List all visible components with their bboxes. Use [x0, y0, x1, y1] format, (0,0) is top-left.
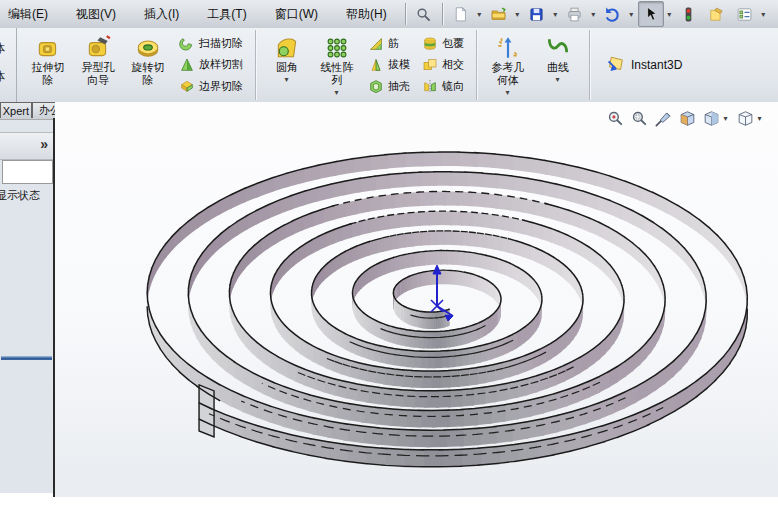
dropdown-arrow[interactable]: ▾ — [553, 75, 562, 84]
ribbon-button-curves[interactable]: 曲线▾ — [534, 30, 582, 100]
extruded-cut-icon — [35, 35, 61, 61]
ribbon-button-label: 圆角 — [268, 61, 306, 74]
rebuild-button[interactable] — [676, 1, 702, 27]
ribbon-button-label: 线性阵列 — [318, 61, 356, 87]
lofted-cut-icon — [179, 57, 195, 73]
new-document-icon — [452, 6, 469, 23]
mirror-icon — [422, 78, 438, 94]
ribbon-button-revolved-cut[interactable]: 旋转切除 — [124, 30, 172, 100]
graphics-viewport[interactable]: ▾▾ — [55, 102, 778, 497]
zoom-fit-icon — [606, 109, 625, 128]
ribbon-button-mirror[interactable]: 镜向 — [418, 76, 468, 97]
dropdown-arrow[interactable]: ▾ — [665, 10, 674, 19]
menu-窗口[interactable]: 窗口(W) — [261, 1, 332, 27]
section-view-button[interactable] — [677, 108, 698, 129]
save-icon — [528, 6, 545, 23]
dropdown-arrow[interactable]: ▾ — [551, 10, 560, 19]
clipped-label: 体 — [0, 68, 5, 85]
command-tab-0[interactable]: Xpert — [0, 102, 32, 118]
ribbon-small-column: 扫描切除放样切割边界切除 — [173, 30, 249, 100]
dropdown-arrow[interactable]: ▾ — [755, 114, 764, 123]
panel-expand-chevron[interactable]: » — [40, 136, 48, 152]
dropdown-arrow[interactable]: ▾ — [589, 10, 598, 19]
zoom-area-icon — [630, 109, 649, 128]
search-button[interactable] — [411, 1, 437, 27]
ribbon-button-label: 抽壳 — [388, 79, 410, 94]
dropdown-arrow[interactable]: ▾ — [513, 10, 522, 19]
ribbon-button-intersect[interactable]: 相交 — [418, 54, 468, 75]
ribbon-button-lofted-cut[interactable]: 放样切割 — [175, 54, 247, 75]
ribbon-button-rib[interactable]: 筋 — [364, 33, 414, 54]
undo-button[interactable] — [600, 1, 626, 27]
zoom-to-fit-button[interactable] — [605, 108, 626, 129]
panel-preview-box — [2, 160, 53, 184]
fillet-icon — [274, 35, 300, 61]
new-document-button[interactable] — [448, 1, 474, 27]
print-icon — [566, 6, 583, 23]
options-icon — [736, 6, 753, 23]
ribbon-button-swept-cut[interactable]: 扫描切除 — [175, 33, 247, 54]
undo-icon — [604, 6, 621, 23]
dropdown-arrow[interactable]: ▾ — [627, 10, 636, 19]
dropdown-arrow[interactable]: ▾ — [332, 88, 341, 97]
ribbon-button-label: 筋 — [388, 36, 399, 51]
options-button[interactable] — [732, 1, 758, 27]
ribbon-button-hole-wizard[interactable]: 异型孔向导 — [74, 30, 122, 100]
menu-编辑[interactable]: 编辑(E) — [0, 1, 62, 27]
panel-viewport-divider[interactable] — [53, 118, 55, 497]
draft-icon — [368, 57, 384, 73]
revolved-cut-icon — [135, 35, 161, 61]
search-icon — [415, 6, 432, 23]
display-style-button[interactable]: ▾ — [735, 108, 766, 129]
open-folder-icon — [490, 6, 507, 23]
select-button[interactable] — [638, 1, 664, 27]
view-orientation-button[interactable]: ▾ — [701, 108, 732, 129]
intersect-icon — [422, 57, 438, 73]
ribbon-button-extruded-cut[interactable]: 拉伸切除 — [24, 30, 72, 100]
dropdown-arrow[interactable]: ▾ — [721, 114, 730, 123]
ribbon-button-linear-pattern[interactable]: 线性阵列▾ — [313, 30, 361, 100]
dropdown-arrow[interactable]: ▾ — [759, 10, 768, 19]
ribbon-button-fillet[interactable]: 圆角▾ — [263, 30, 311, 100]
save-button[interactable] — [524, 1, 550, 27]
ribbon-button-wrap[interactable]: 包覆 — [418, 33, 468, 54]
ribbon-button-instant3d[interactable]: Instant3D — [596, 30, 690, 100]
previous-view-button[interactable] — [653, 108, 674, 129]
ribbon-button-label: Instant3D — [631, 58, 682, 72]
select-cursor-icon — [642, 6, 659, 23]
zoom-to-area-button[interactable] — [629, 108, 650, 129]
print-button[interactable] — [562, 1, 588, 27]
clipped-label: 体 — [0, 40, 5, 57]
linear-pattern-icon — [324, 35, 350, 61]
shell-icon — [368, 78, 384, 94]
menu-工具[interactable]: 工具(T) — [193, 1, 260, 27]
ribbon-button-label: 相交 — [442, 57, 464, 72]
dropdown-arrow[interactable]: ▾ — [282, 75, 291, 84]
ribbon-small-column: 包覆相交镜向 — [416, 30, 470, 100]
file-properties-button[interactable] — [704, 1, 730, 27]
ribbon-button-label: 旋转切除 — [129, 61, 167, 87]
ribbon-group: 参考几何体▾曲线▾ — [477, 28, 589, 102]
menu-视图[interactable]: 视图(V) — [62, 1, 130, 27]
ribbon-button-reference-geometry[interactable]: 参考几何体▾ — [484, 30, 532, 100]
previous-view-icon — [654, 109, 673, 128]
spiral-part-model — [55, 102, 778, 497]
open-button[interactable] — [486, 1, 512, 27]
menu-帮助[interactable]: 帮助(H) — [332, 1, 401, 27]
dropdown-arrow[interactable]: ▾ — [503, 88, 512, 97]
ribbon-button-label: 镜向 — [442, 79, 464, 94]
boundary-cut-icon — [179, 78, 195, 94]
ribbon-group: Instant3D — [590, 28, 696, 102]
panel-splitter[interactable] — [1, 356, 52, 360]
ribbon-button-shell[interactable]: 抽壳 — [364, 76, 414, 97]
heads-up-view-toolbar: ▾▾ — [605, 108, 766, 129]
ribbon-button-draft[interactable]: 拔模 — [364, 54, 414, 75]
feature-manager-panel: » 显示状态 — [0, 119, 53, 493]
ribbon-button-boundary-cut[interactable]: 边界切除 — [175, 76, 247, 97]
rebuild-traffic-light-icon — [680, 6, 697, 23]
menu-插入[interactable]: 插入(I) — [130, 1, 193, 27]
ribbon-group: 拉伸切除异型孔向导旋转切除扫描切除放样切割边界切除 — [17, 28, 255, 102]
dropdown-arrow[interactable]: ▾ — [475, 10, 484, 19]
section-view-icon — [678, 109, 697, 128]
ribbon-button-label: 参考几何体 — [489, 61, 527, 87]
